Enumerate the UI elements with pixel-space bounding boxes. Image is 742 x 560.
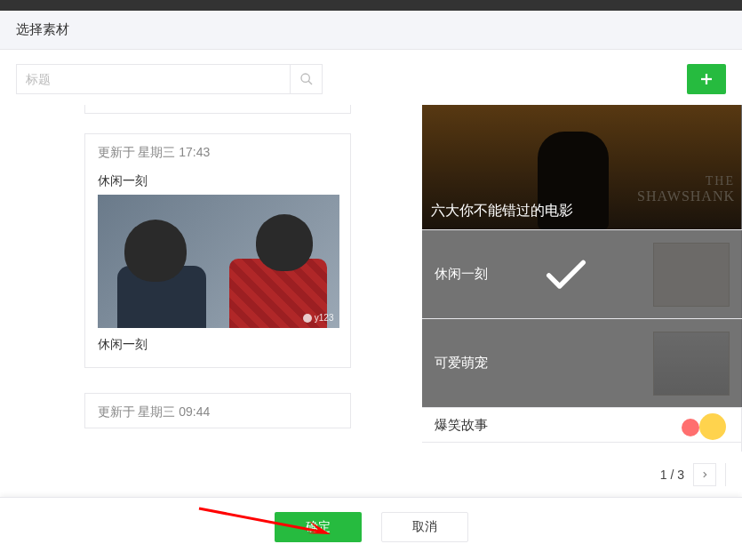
dialog-title: 选择素材 — [16, 21, 726, 38]
selected-check — [540, 247, 592, 301]
right-column: SHAWSHANK THE 六大你不能错过的电影 休闲一刻 可爱萌宠 爆笑故事 — [422, 105, 742, 452]
dialog-footer: 确定 取消 — [0, 497, 742, 560]
pager-next-button[interactable] — [693, 463, 716, 486]
list-item[interactable]: 休闲一刻 — [422, 229, 742, 318]
content-area: 更新于 星期三 17:43 休闲一刻 y123 休闲一刻 更新于 星期三 09:… — [0, 105, 742, 452]
list-item-label: 休闲一刻 — [435, 266, 488, 283]
left-column: 更新于 星期三 17:43 休闲一刻 y123 休闲一刻 更新于 星期三 09:… — [0, 105, 422, 452]
updated-time: 更新于 星期三 09:44 — [98, 404, 338, 420]
list-item[interactable]: 可爱萌宠 — [422, 318, 742, 407]
hero-image[interactable]: SHAWSHANK THE 六大你不能错过的电影 — [422, 105, 742, 229]
search-input[interactable] — [17, 65, 290, 93]
check-icon — [540, 247, 592, 299]
updated-time: 更新于 星期三 17:43 — [98, 145, 338, 161]
material-subtitle: 休闲一刻 — [98, 337, 338, 353]
search-button[interactable] — [290, 65, 322, 93]
list-item-label: 可爱萌宠 — [435, 355, 488, 372]
search-box — [16, 64, 323, 94]
hero-caption: 六大你不能错过的电影 — [431, 202, 573, 220]
material-card[interactable]: 更新于 星期三 09:44 — [84, 393, 351, 428]
watermark: y123 — [303, 313, 334, 323]
svg-line-1 — [308, 81, 312, 84]
material-card[interactable]: 更新于 星期三 17:43 休闲一刻 y123 休闲一刻 — [84, 133, 351, 368]
dialog-header: 选择素材 — [0, 11, 742, 50]
svg-point-0 — [301, 74, 309, 82]
material-card-prev-stub[interactable] — [84, 105, 351, 114]
plus-icon — [698, 71, 714, 87]
list-item-label: 爆笑故事 — [435, 417, 488, 434]
add-button[interactable] — [687, 64, 726, 94]
pager-text: 1 / 3 — [660, 468, 684, 482]
list-item-thumb — [664, 413, 726, 440]
list-item[interactable]: 爆笑故事 — [422, 407, 742, 443]
search-row — [0, 50, 742, 105]
search-icon — [299, 72, 314, 86]
ok-button[interactable]: 确定 — [275, 512, 362, 542]
chevron-right-icon — [700, 470, 709, 479]
cancel-button[interactable]: 取消 — [381, 512, 468, 542]
window-titlebar — [0, 0, 742, 11]
material-title: 休闲一刻 — [98, 173, 338, 189]
material-thumbnail: y123 — [98, 195, 339, 328]
divider — [725, 463, 726, 486]
pager: 1 / 3 — [0, 452, 742, 497]
